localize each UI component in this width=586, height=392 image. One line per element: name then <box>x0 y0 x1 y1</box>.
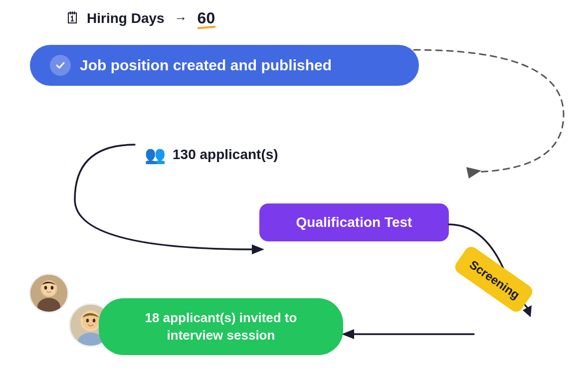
svg-point-8 <box>42 282 55 295</box>
avatar-woman <box>29 273 69 313</box>
svg-point-10 <box>51 286 54 289</box>
applicants-row: 👥 130 applicant(s) <box>145 145 278 165</box>
svg-marker-2 <box>523 305 532 317</box>
svg-point-9 <box>44 286 47 289</box>
arrow-icon: → <box>175 10 188 26</box>
header-row: 🗓 Hiring Days → 60 <box>65 9 215 27</box>
screen-interview-arrow <box>339 322 479 347</box>
qualification-pill[interactable]: Qualification Test <box>259 203 449 241</box>
dashed-arc-arrow <box>409 40 569 180</box>
svg-point-16 <box>93 319 96 322</box>
interview-pill[interactable]: 18 applicant(s) invited to interview ses… <box>99 298 343 355</box>
check-icon <box>50 55 71 76</box>
svg-marker-1 <box>252 244 264 254</box>
job-position-pill[interactable]: Job position created and published <box>30 45 419 86</box>
interview-text: 18 applicant(s) invited to interview ses… <box>145 310 297 343</box>
svg-point-15 <box>86 319 89 322</box>
calendar-icon: 🗓 <box>65 9 81 27</box>
people-icon: 👥 <box>145 145 166 165</box>
screening-text: Screening <box>467 257 523 302</box>
qualification-text: Qualification Test <box>296 214 412 230</box>
job-pill-text: Job position created and published <box>80 57 332 74</box>
svg-marker-0 <box>466 167 481 179</box>
applicants-count: 130 applicant(s) <box>173 147 278 163</box>
days-number: 60 <box>197 9 215 27</box>
hiring-days-label: Hiring Days <box>87 10 165 26</box>
screening-badge: Screening <box>452 244 535 315</box>
svg-marker-4 <box>342 329 354 339</box>
